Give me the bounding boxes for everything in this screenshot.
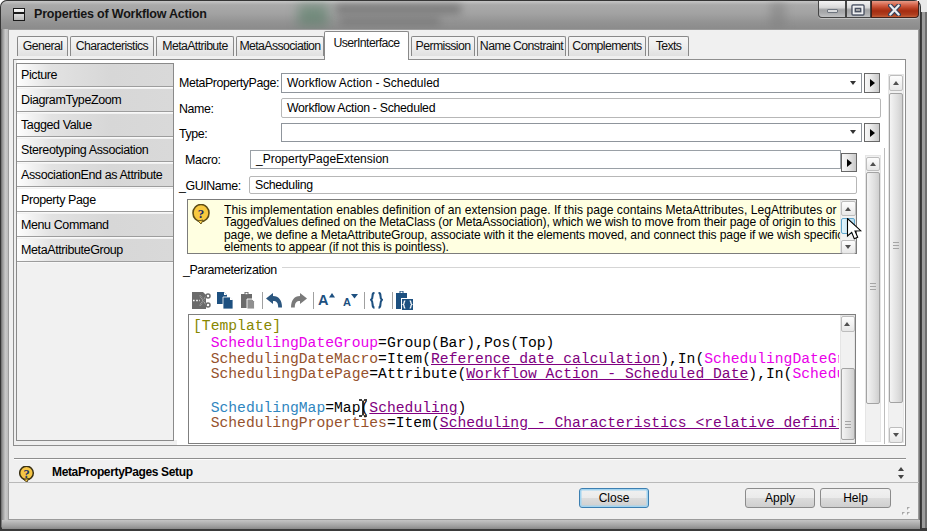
svg-text:?: ?	[23, 467, 29, 481]
svg-text:?: ?	[198, 206, 205, 221]
